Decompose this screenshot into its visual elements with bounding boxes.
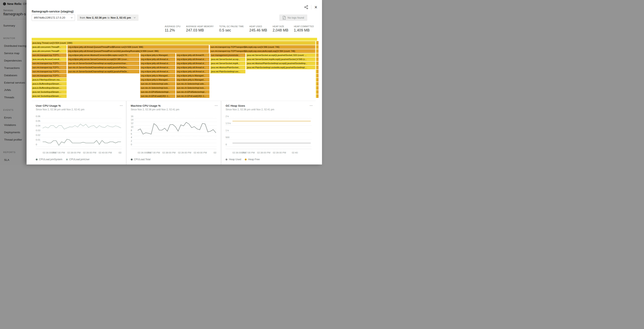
legend-item-cpuload-total[interactable]: CPULoad.Total bbox=[131, 158, 150, 161]
flame-cell[interactable]: org.eclipse.jetty.util.thread.R... bbox=[176, 53, 210, 57]
flame-cell[interactable]: sun.nio.ch.ServerSocketChannelImpl.accep… bbox=[68, 66, 139, 69]
ellipsis-menu-icon[interactable]: ... bbox=[310, 103, 313, 106]
x-axis-tick-label: 02:4 bbox=[214, 152, 216, 154]
legend-item-cpuload-jvmsystem[interactable]: CPULoad.jvmSystem bbox=[36, 158, 62, 161]
flame-cell[interactable]: org.eclipse.jetty.io.Managed... bbox=[140, 53, 175, 57]
flame-cell[interactable]: org.eclipse.jetty.util.thread.st... bbox=[176, 70, 210, 73]
host-dropdown[interactable]: 8f974d6c22ff/172.17.0.20 bbox=[32, 14, 75, 21]
flame-cell[interactable]: sun.rmi.transport.tcp.TCPTransport$Accep… bbox=[210, 45, 315, 49]
flame-cell[interactable]: org.eclipse.jetty.util.thread.st... bbox=[140, 70, 175, 73]
ellipsis-menu-icon[interactable]: ... bbox=[215, 103, 218, 106]
flame-cell[interactable]: java.io.BufferedInputStream.... bbox=[32, 82, 66, 86]
flame-sliver[interactable] bbox=[317, 53, 318, 57]
time-range-dropdown[interactable]: from Nov 2, 02:36 pm to Nov 2, 02:41 pm bbox=[77, 14, 138, 21]
flame-cell[interactable]: sun.nio.ch.ServerSocketChannelImpl.accep… bbox=[68, 62, 139, 65]
stat-value: 2,048 MB bbox=[272, 28, 288, 32]
flame-sliver[interactable] bbox=[317, 82, 318, 86]
flame-cell[interactable]: sun.rmi.transport.tcp.TCPTr... bbox=[32, 66, 66, 69]
stat-heap-committed: HEAP COMMITTED1,409 MB bbox=[294, 25, 314, 32]
flame-cell[interactable]: sun.nio.ch.EPoll.wait(IJII)I:-1... bbox=[140, 94, 175, 98]
x-axis-tick-label: 02:40:00 PM bbox=[194, 152, 207, 154]
flame-cell[interactable]: java.net.AbstractPlainSocket... bbox=[210, 66, 246, 69]
legend-item-heap-used[interactable]: Heap Used bbox=[226, 158, 241, 161]
flame-cell[interactable]: sun.rmi.transport.tcp.TCPTr... bbox=[32, 62, 66, 65]
flame-cell[interactable]: sun.nio.ch.EPoll.wait(IJII)I:-1... bbox=[176, 94, 210, 98]
flame-cell[interactable]: java.net.PlainSocketImpl.socketAccept(Lj… bbox=[246, 66, 315, 69]
flame-cell[interactable]: sun.nio.ch.SelectorImpl.sele... bbox=[176, 82, 210, 86]
legend-dot-icon bbox=[245, 158, 246, 160]
flame-cell[interactable]: java.io.BufferedInputStream.... bbox=[32, 86, 66, 90]
flame-cell[interactable]: java.net.ServerSocket.implAccept(Ljava/n… bbox=[246, 58, 315, 61]
flame-cell[interactable]: java.net.SocketInputStream.... bbox=[32, 90, 66, 94]
flame-sliver[interactable] bbox=[317, 45, 318, 49]
flame-sliver[interactable] bbox=[317, 86, 318, 90]
flame-cell[interactable]: org.eclipse.jetty.util.thread.st... bbox=[176, 62, 210, 65]
flame-cell[interactable]: sun.nio.ch.SelectorImpl.lock... bbox=[176, 86, 210, 90]
chart-title: GC Heap Sizes bbox=[226, 104, 312, 107]
share-icon[interactable] bbox=[304, 5, 308, 9]
flame-cell[interactable]: sun.nio.ch.SelectorImpl.lock... bbox=[140, 86, 175, 90]
close-icon[interactable]: ✕ bbox=[314, 5, 318, 9]
flame-cell[interactable]: java.net.PlainSocketImpl.soc... bbox=[210, 70, 246, 73]
y-axis-tick-label: 0.04 bbox=[36, 124, 40, 127]
y-axis-tick-label: 10 bbox=[131, 126, 134, 128]
flame-cell[interactable]: org.eclipse.jetty.util.thread.st... bbox=[176, 66, 210, 69]
ellipsis-menu-icon[interactable]: ... bbox=[120, 103, 123, 106]
flame-sliver[interactable] bbox=[317, 94, 318, 98]
flame-cell[interactable]: sun.nio.ch.SelectorImpl.sele... bbox=[140, 82, 175, 86]
flame-cell[interactable]: org.eclipse.jetty.util.thread.st... bbox=[140, 62, 175, 65]
flame-cell[interactable]: java.net.SocketInputStream.... bbox=[32, 94, 66, 98]
flame-cell[interactable]: java.net.ServerSocket.accep... bbox=[210, 58, 246, 61]
flame-cell[interactable]: org.eclipse.jetty.util.thread.QueuedThre… bbox=[68, 45, 209, 49]
flame-cell[interactable]: org.eclipse.jetty.server.ServerConnector… bbox=[68, 58, 139, 61]
x-axis-tick-label: 02:37:00 PM bbox=[242, 152, 255, 154]
flame-cell[interactable] bbox=[32, 38, 317, 41]
flame-cell[interactable]: org.eclipse.jetty.util.thread.QueuedThre… bbox=[68, 49, 209, 53]
chart-plot: 0.060.050.040.030.020.01002:36:00 PM02:3… bbox=[36, 113, 122, 156]
legend-item-heap-free[interactable]: Heap Free bbox=[245, 158, 260, 161]
flame-cell[interactable]: sun.nio.ch.ServerSocketChannelImpl.accep… bbox=[68, 70, 139, 73]
stat-average-cpu: AVERAGE CPU11.2% bbox=[165, 25, 180, 32]
time-range-prefix: from bbox=[80, 16, 85, 19]
stat-value: 247.03 MB bbox=[186, 28, 214, 32]
flame-sliver[interactable] bbox=[317, 58, 318, 61]
flame-cell[interactable]: java.io.FilterInputStream.rea... bbox=[32, 78, 66, 82]
flame-cell[interactable]: org.eclipse.jetty.util.thread.st... bbox=[140, 58, 175, 61]
flame-sliver[interactable] bbox=[317, 74, 318, 78]
charts-row: User CPU Usage %Since Nov 2, 02:36 pm un… bbox=[32, 101, 316, 164]
flame-sliver[interactable] bbox=[317, 62, 318, 65]
flame-cell[interactable]: java.security.AccessControll... bbox=[32, 58, 66, 61]
flame-cell[interactable]: org.eclipse.jetty.server.AbstractConnect… bbox=[68, 53, 139, 57]
flame-cell[interactable]: org.eclipse.jetty.io.Managed... bbox=[140, 74, 175, 78]
flame-cell[interactable]: org.eclipse.jetty.util.thread.st... bbox=[140, 66, 175, 69]
no-logs-found-button[interactable]: No logs found bbox=[279, 14, 307, 21]
flame-cell[interactable]: org.eclipse.jetty.io.Managed... bbox=[140, 78, 175, 82]
legend-dot-icon bbox=[36, 158, 38, 160]
flame-cell[interactable]: org.eclipse.jetty.util.thread.st... bbox=[176, 58, 210, 61]
flame-cell[interactable]: sun.management.jmxremote... bbox=[210, 53, 246, 57]
flame-sliver[interactable] bbox=[317, 41, 318, 45]
chart-subtitle: Since Nov 2, 02:36 pm until Nov 2, 02:41… bbox=[36, 108, 122, 111]
flame-cell[interactable]: sun.rmi.transport.tcp.TCPTransport$Accep… bbox=[210, 49, 315, 53]
flame-cell[interactable]: sun.rmi.transport.tcp.TCPTr... bbox=[32, 74, 66, 78]
flame-cell[interactable]: java.lang.Thread.run()V:834 (count: 1990… bbox=[32, 41, 315, 45]
flame-sliver[interactable] bbox=[317, 70, 318, 73]
chart-legend: CPULoad.jvmSystemCPULoad.jvmUser bbox=[36, 158, 122, 161]
flame-cell[interactable]: org.eclipse.jetty.io.Managed... bbox=[176, 74, 210, 78]
flame-cell[interactable]: sun.rmi.transport.tcp.TCPTr... bbox=[32, 70, 66, 73]
no-logs-found-label: No logs found bbox=[288, 16, 304, 19]
legend-item-cpuload-jvmuser[interactable]: CPULoad.jvmUser bbox=[66, 158, 90, 161]
flame-cell[interactable]: java.util.concurrent.ThreadP... bbox=[32, 45, 66, 49]
flame-cell[interactable]: java.net.ServerSocket.accept()Ljava/net/… bbox=[246, 53, 315, 57]
flame-cell[interactable]: org.eclipse.jetty.io.Managed... bbox=[176, 78, 210, 82]
flame-sliver[interactable] bbox=[317, 66, 318, 69]
flame-sliver[interactable] bbox=[317, 49, 318, 53]
flame-cell[interactable]: sun.nio.ch.EPollSelectorImpl... bbox=[140, 90, 175, 94]
flame-cell[interactable]: sun.rmi.transport.tcp.TCPTr... bbox=[32, 53, 66, 57]
flame-cell[interactable]: java.util.concurrent.ThreadP... bbox=[32, 49, 66, 53]
flame-sliver[interactable] bbox=[317, 78, 318, 82]
flame-cell[interactable]: java.net.ServerSocket.implA... bbox=[210, 62, 246, 65]
flame-cell[interactable]: sun.nio.ch.EPollSelectorImpl... bbox=[176, 90, 210, 94]
flame-sliver[interactable] bbox=[317, 90, 318, 94]
flame-cell[interactable]: java.net.AbstractPlainSocketImpl.accept(… bbox=[246, 62, 315, 65]
